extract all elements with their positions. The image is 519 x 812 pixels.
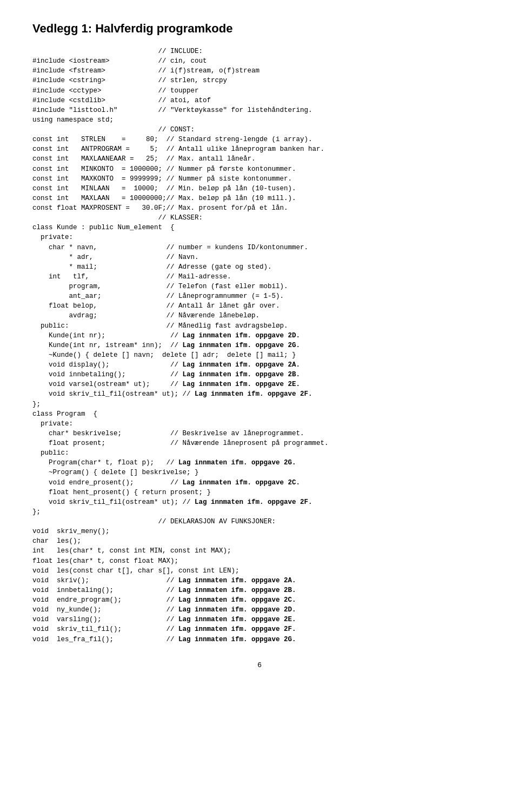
code-line: Kunde(int nr); // Lag innmaten ifm. oppg… [32, 331, 487, 341]
code-line: const int MAXLAANEAAR = 25; // Max. anta… [32, 154, 487, 164]
code-line: void innbetaling(); // Lag innmaten ifm.… [32, 585, 487, 595]
code-line: void les(const char t[], char s[], const… [32, 566, 487, 576]
code-line: void skriv_til_fil(ostream* ut); // Lag … [32, 389, 487, 399]
code-line: // CONST: [32, 125, 487, 135]
code-line: avdrag; // Nåværende lånebeløp. [32, 311, 487, 321]
code-line: float belop, // Antall år lånet går over… [32, 301, 487, 311]
code-line: int tlf, // Mail-adresse. [32, 272, 487, 282]
code-line: void les_fra_fil(); // Lag innmaten ifm.… [32, 635, 487, 644]
code-line: class Kunde : public Num_element { [32, 223, 487, 232]
code-line: // DEKLARASJON AV FUNKSJONER: [32, 517, 487, 527]
code-line: const int MINLAAN = 10000; // Min. beløp… [32, 184, 487, 194]
code-line: private: [32, 419, 487, 429]
code-line: #include <cstring> // strlen, strcpy [32, 76, 487, 85]
code-line: const int MAXKONTO = 9999999; // Nummer … [32, 174, 487, 184]
code-line: #include "listtool.h" // "Verktøykasse" … [32, 105, 487, 115]
code-line: void skriv(); // Lag innmaten ifm. oppga… [32, 576, 487, 585]
page-title: Vedlegg 1: Halvferdig programkode [32, 22, 487, 36]
code-line: ~Kunde() { delete [] navn; delete [] adr… [32, 350, 487, 360]
code-line: using namespace std; [32, 115, 487, 125]
code-line: const int MAXLAAN = 10000000;// Max. bel… [32, 194, 487, 203]
code-line: * adr, // Navn. [32, 252, 487, 262]
code-line: void skriv_til_fil(); // Lag innmaten if… [32, 624, 487, 634]
code-line: }; [32, 400, 487, 409]
code-line: void skriv_meny(); [32, 527, 487, 536]
code-line: #include <fstream> // i(f)stream, o(f)st… [32, 66, 487, 76]
code-line: const int STRLEN = 80; // Standard stren… [32, 135, 487, 144]
code-line: char* beskrivelse; // Beskrivelse av lån… [32, 429, 487, 438]
code-line: int les(char* t, const int MIN, const in… [32, 546, 487, 556]
code-line: program, // Telefon (fast eller mobil). [32, 282, 487, 291]
code-line: void display(); // Lag innmaten ifm. opp… [32, 360, 487, 370]
code-line: float les(char* t, const float MAX); [32, 556, 487, 566]
code-block: // INCLUDE:#include <iostream> // cin, c… [32, 46, 487, 644]
code-line: #include <iostream> // cin, cout [32, 56, 487, 66]
code-line: void ny_kunde(); // Lag innmaten ifm. op… [32, 605, 487, 615]
code-line: private: [32, 232, 487, 242]
code-line: #include <cctype> // toupper [32, 86, 487, 96]
code-line: #include <cstdlib> // atoi, atof [32, 96, 487, 105]
code-line: * mail; // Adresse (gate og sted). [32, 262, 487, 272]
code-line: Kunde(int nr, istream* inn); // Lag innm… [32, 341, 487, 350]
code-line: ant_aar; // Låneprogramnummer (= 1-5). [32, 291, 487, 301]
code-line: void innbetaling(); // Lag innmaten ifm.… [32, 370, 487, 380]
code-line: void varsling(); // Lag innmaten ifm. op… [32, 615, 487, 624]
code-line: const float MAXPROSENT = 30.0F;// Max. p… [32, 203, 487, 213]
code-line: float prosent; // Nåværende låneprosent … [32, 438, 487, 448]
code-line: Program(char* t, float p); // Lag innmat… [32, 458, 487, 468]
code-line: }; [32, 507, 487, 517]
code-line: const int MINKONTO = 1000000; // Nummer … [32, 164, 487, 174]
code-line: float hent_prosent() { return prosent; } [32, 488, 487, 497]
code-line: const int ANTPROGRAM = 5; // Antall ulik… [32, 144, 487, 154]
code-line: char les(); [32, 536, 487, 546]
code-line: char * navn, // number = kundens ID/kont… [32, 243, 487, 252]
code-line: public: // Månedlig fast avdragsbeløp. [32, 321, 487, 331]
code-line: class Program { [32, 409, 487, 419]
code-line: ~Program() { delete [] beskrivelse; } [32, 468, 487, 477]
code-line: void skriv_til_fil(ostream* ut); // Lag … [32, 497, 487, 507]
code-line: void varsel(ostream* ut); // Lag innmate… [32, 380, 487, 389]
page-number: 6 [32, 661, 487, 669]
code-line: void endre_program(); // Lag innmaten if… [32, 595, 487, 605]
code-line: // KLASSER: [32, 213, 487, 223]
code-line: void endre_prosent(); // Lag innmaten if… [32, 478, 487, 488]
code-line: public: [32, 448, 487, 458]
code-line: // INCLUDE: [32, 46, 487, 56]
